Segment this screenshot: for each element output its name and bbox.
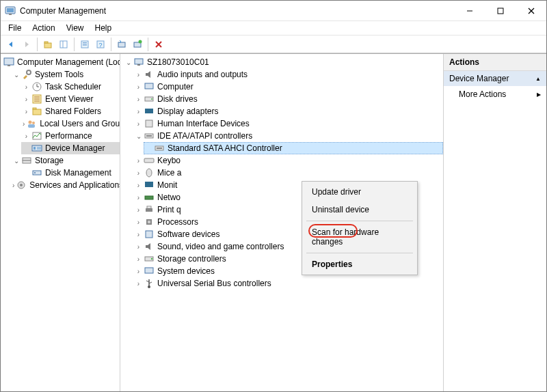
- body-3col: Computer Management (Local) ⌄ System Too…: [1, 53, 546, 391]
- cm-scan[interactable]: Scan for hardware changes: [304, 223, 416, 251]
- svg-rect-48: [145, 83, 153, 89]
- svg-rect-9: [60, 41, 67, 48]
- svg-rect-1: [7, 8, 14, 12]
- toolbar: ?: [1, 35, 546, 53]
- svg-rect-47: [137, 64, 140, 66]
- device-root[interactable]: ⌄ SZ18073010C01: [123, 56, 443, 68]
- monitor-icon: [144, 180, 155, 191]
- svg-rect-65: [146, 231, 152, 238]
- submenu-arrow-icon: ▶: [537, 92, 541, 98]
- device-tree-pane[interactable]: ⌄ SZ18073010C01 ›Audio inputs and output…: [120, 54, 444, 391]
- svg-point-33: [29, 121, 32, 124]
- cm-separator: [306, 253, 413, 253]
- dev-audio[interactable]: ›Audio inputs and outputs: [133, 68, 443, 81]
- nav-tree-pane[interactable]: Computer Management (Local) ⌄ System Too…: [1, 54, 120, 391]
- expander-open-icon[interactable]: ⌄: [12, 71, 20, 79]
- menu-help[interactable]: Help: [90, 22, 117, 34]
- svg-rect-8: [44, 42, 48, 43]
- mmc-root-icon: [3, 57, 14, 68]
- svg-text:?: ?: [98, 41, 102, 48]
- svg-rect-54: [146, 135, 152, 137]
- dev-display[interactable]: ›Display adapters: [133, 105, 443, 117]
- event-viewer-icon: [31, 94, 42, 104]
- dev-usb[interactable]: ›Universal Serial Bus controllers: [133, 277, 443, 290]
- dev-hid[interactable]: ›Human Interface Devices: [133, 117, 443, 130]
- svg-rect-22: [8, 65, 10, 66]
- svg-point-34: [32, 122, 35, 124]
- nav-root[interactable]: Computer Management (Local): [1, 56, 120, 68]
- expander-closed-icon[interactable]: ›: [23, 83, 30, 91]
- uninstall-device-button[interactable]: [114, 37, 129, 52]
- nav-performance[interactable]: ›Performance: [21, 130, 120, 142]
- nav-local-users[interactable]: ›Local Users and Groups: [21, 117, 120, 130]
- menu-action[interactable]: Action: [27, 22, 59, 34]
- audio-icon: [144, 69, 155, 80]
- actions-section[interactable]: Device Manager ▲: [444, 71, 546, 86]
- nav-system-tools[interactable]: ⌄ System Tools: [11, 68, 120, 81]
- toolbar-separator: [37, 38, 38, 51]
- svg-rect-60: [145, 196, 153, 199]
- disk-mgmt-icon: [31, 167, 42, 178]
- delete-button[interactable]: [151, 37, 166, 52]
- svg-rect-41: [23, 160, 31, 163]
- refresh-button[interactable]: [77, 37, 92, 52]
- scan-hardware-button[interactable]: [130, 37, 145, 52]
- nav-storage[interactable]: ⌄ Storage: [11, 154, 120, 167]
- svg-rect-46: [135, 59, 143, 64]
- forward-button: [19, 37, 34, 52]
- svg-rect-32: [33, 108, 36, 109]
- svg-rect-31: [33, 109, 41, 115]
- context-menu: Update driver Uninstall device Scan for …: [302, 181, 418, 275]
- svg-rect-40: [23, 158, 31, 160]
- computer-icon: [144, 81, 155, 92]
- nav-disk-management[interactable]: Disk Management: [21, 167, 120, 179]
- svg-rect-12: [83, 42, 87, 44]
- svg-rect-59: [145, 182, 153, 187]
- minimize-button[interactable]: [454, 1, 485, 21]
- menu-view[interactable]: View: [62, 22, 89, 34]
- dev-disks[interactable]: ›Disk drives: [133, 93, 443, 105]
- up-level-button[interactable]: [40, 37, 55, 52]
- svg-rect-51: [145, 109, 153, 113]
- nav-shared-folders[interactable]: ›Shared Folders: [21, 105, 120, 117]
- nav-event-viewer[interactable]: ›Event Viewer: [21, 93, 120, 105]
- actions-header: Actions: [444, 54, 546, 71]
- dev-ide[interactable]: ⌄IDE ATA/ATAPI controllers: [133, 130, 443, 142]
- cm-update-driver[interactable]: Update driver: [304, 183, 416, 201]
- dev-keyboards[interactable]: ›Keybo: [133, 154, 443, 167]
- collapse-section-icon[interactable]: ▲: [535, 76, 541, 82]
- actions-pane: Actions Device Manager ▲ More Actions ▶: [444, 54, 546, 391]
- nav-device-manager[interactable]: Device Manager: [21, 142, 120, 154]
- svg-rect-42: [33, 171, 41, 175]
- actions-section-label: Device Manager: [449, 74, 509, 83]
- usb-icon: [144, 278, 155, 289]
- svg-rect-4: [498, 8, 503, 14]
- svg-rect-38: [34, 147, 36, 150]
- display-adapter-icon: [144, 106, 155, 117]
- software-icon: [144, 229, 155, 240]
- svg-rect-52: [146, 120, 152, 127]
- maximize-button[interactable]: [485, 1, 516, 21]
- menu-file[interactable]: File: [3, 22, 26, 34]
- toolbar-separator: [74, 38, 75, 51]
- dev-sata-controller[interactable]: Standard SATA AHCI Controller: [144, 142, 443, 154]
- close-button[interactable]: [516, 1, 546, 21]
- storage-icon: [21, 155, 32, 166]
- back-button[interactable]: [3, 37, 18, 52]
- users-icon: [26, 118, 37, 129]
- actions-more[interactable]: More Actions ▶: [444, 86, 546, 102]
- cm-properties[interactable]: Properties: [304, 255, 416, 273]
- disk-icon: [144, 94, 155, 104]
- nav-services[interactable]: ›Services and Applications: [11, 179, 120, 191]
- cm-uninstall[interactable]: Uninstall device: [304, 201, 416, 219]
- svg-rect-21: [4, 58, 14, 65]
- show-hide-tree-button[interactable]: [56, 37, 71, 52]
- help-button[interactable]: ?: [93, 37, 108, 52]
- nav-task-scheduler[interactable]: ›Task Scheduler: [21, 81, 120, 93]
- svg-point-50: [151, 98, 152, 100]
- toolbar-separator: [148, 38, 148, 51]
- svg-point-45: [20, 184, 23, 186]
- dev-computer[interactable]: ›Computer: [133, 81, 443, 93]
- dev-mice[interactable]: ›Mice a: [133, 167, 443, 179]
- actions-more-label: More Actions: [459, 89, 506, 99]
